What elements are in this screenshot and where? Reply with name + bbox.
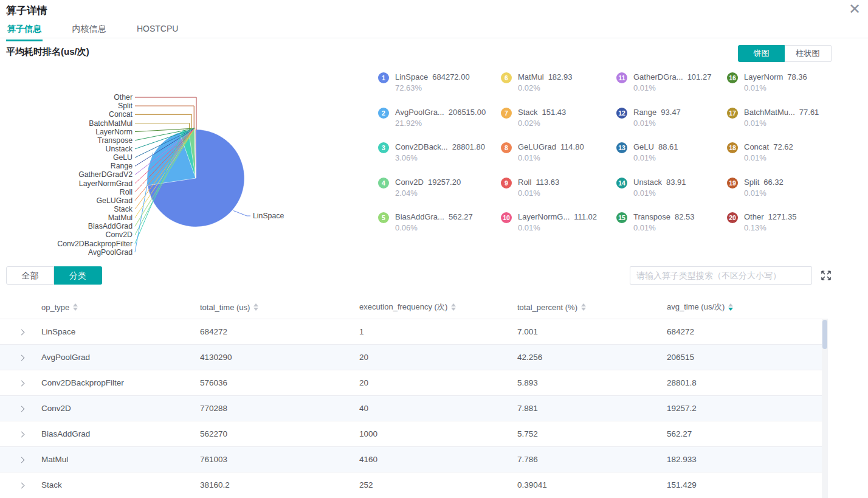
table-header-op-type[interactable]: op_type bbox=[36, 303, 195, 312]
legend-item-LinSpace[interactable]: 1LinSpace684272.0072.63% bbox=[370, 72, 492, 107]
legend-item-AvgPoolGrad[interactable]: 2AvgPoolGra...206515.0021.92% bbox=[370, 107, 492, 142]
sort-icon[interactable] bbox=[581, 303, 586, 311]
chart-type-toggle: 饼图 柱状图 bbox=[738, 45, 832, 62]
legend-item-Unstack[interactable]: 14Unstack83.910.01% bbox=[608, 177, 718, 212]
legend-grid: 1LinSpace684272.0072.63%2AvgPoolGra...20… bbox=[370, 72, 840, 247]
legend-op-percent: 0.01% bbox=[744, 153, 793, 164]
legend-op-value: 1271.35 bbox=[768, 212, 797, 221]
cell-op_type: MatMul bbox=[36, 455, 195, 464]
cell-avg_time: 182.933 bbox=[662, 455, 822, 464]
row-expand-chevron[interactable] bbox=[0, 455, 36, 464]
cell-total_percent: 0.39041 bbox=[512, 480, 662, 489]
chevron-right-icon bbox=[19, 330, 25, 336]
legend-rank-badge: 20 bbox=[727, 212, 738, 223]
cell-avg_time: 151.429 bbox=[662, 480, 822, 489]
table-row[interactable]: Conv2D770288407.88119257.2 bbox=[0, 395, 822, 421]
table-row[interactable]: MatMul76100341607.786182.933 bbox=[0, 446, 822, 472]
row-expand-chevron[interactable] bbox=[0, 404, 36, 413]
tab-hostcpu[interactable]: HOSTCPU bbox=[136, 21, 179, 38]
legend-op-name: Concat bbox=[744, 142, 769, 151]
page-title: 算子详情 bbox=[6, 4, 47, 18]
legend-item-Split[interactable]: 19Split66.320.01% bbox=[718, 177, 840, 212]
legend-item-Stack[interactable]: 7Stack151.430.02% bbox=[492, 107, 608, 142]
tab-kernel-info[interactable]: 内核信息 bbox=[71, 21, 107, 40]
legend-item-Other[interactable]: 20Other1271.350.13% bbox=[718, 212, 840, 247]
legend-op-name: Stack bbox=[518, 108, 538, 117]
legend-rank-badge: 13 bbox=[616, 142, 627, 153]
legend-text: Roll113.630.01% bbox=[518, 177, 559, 199]
legend-item-LayerNormGrad[interactable]: 10LayerNormG...111.020.01% bbox=[492, 212, 608, 247]
table-header-total-percent[interactable]: total_percent (%) bbox=[512, 303, 662, 312]
legend-item-MatMul[interactable]: 6MatMul182.930.02% bbox=[492, 72, 608, 107]
row-expand-chevron[interactable] bbox=[0, 480, 36, 489]
table-header-total-time[interactable]: total_time (us) bbox=[195, 303, 354, 312]
legend-item-Transpose[interactable]: 15Transpose82.530.01% bbox=[608, 212, 718, 247]
legend-item-Concat[interactable]: 18Concat72.620.01% bbox=[718, 142, 840, 177]
legend-op-value: 151.43 bbox=[542, 108, 567, 117]
cell-op_type: AvgPoolGrad bbox=[36, 353, 195, 362]
cell-op_type: Conv2D bbox=[36, 404, 195, 413]
table-header-execution-frequency[interactable]: execution_frequency (次) bbox=[354, 302, 512, 313]
legend-item-Conv2DBackpropFilter[interactable]: 3Conv2DBack...28801.803.06% bbox=[370, 142, 492, 177]
legend-text: Range93.470.01% bbox=[633, 107, 681, 129]
legend-item-GeLU[interactable]: 13GeLU88.610.01% bbox=[608, 142, 718, 177]
sort-icon[interactable] bbox=[728, 303, 733, 311]
fullscreen-expand-icon[interactable] bbox=[821, 270, 832, 281]
table-row[interactable]: Stack38160.22520.39041151.429 bbox=[0, 472, 822, 497]
row-expand-chevron[interactable] bbox=[0, 327, 36, 336]
legend-item-GatherDGradV2[interactable]: 11GatherDGra...101.270.01% bbox=[608, 72, 718, 107]
cell-avg_time: 562.27 bbox=[662, 429, 822, 438]
legend-op-name: LinSpace bbox=[395, 72, 428, 81]
sort-icon[interactable] bbox=[451, 303, 456, 311]
bar-chart-button[interactable]: 柱状图 bbox=[785, 45, 832, 62]
legend-text: Unstack83.910.01% bbox=[633, 177, 686, 199]
legend-text: MatMul182.930.02% bbox=[518, 72, 572, 94]
row-expand-chevron[interactable] bbox=[0, 353, 36, 362]
legend-rank-badge: 14 bbox=[616, 178, 627, 188]
legend-op-name: Roll bbox=[518, 178, 531, 187]
legend-item-BiasAddGrad[interactable]: 5BiasAddGra...562.270.06% bbox=[370, 212, 492, 247]
table-row[interactable]: Conv2DBackpropFilter576036205.89328801.8 bbox=[0, 370, 822, 395]
legend-rank-badge: 8 bbox=[501, 142, 512, 153]
search-input[interactable] bbox=[630, 266, 812, 285]
cell-execution_frequency: 20 bbox=[354, 353, 512, 362]
tab-operator-info[interactable]: 算子信息 bbox=[6, 21, 43, 41]
legend-item-Conv2D[interactable]: 4Conv2D19257.202.04% bbox=[370, 177, 492, 212]
cell-total_percent: 42.256 bbox=[512, 353, 662, 362]
table-scrollbar[interactable] bbox=[822, 319, 828, 498]
row-expand-chevron[interactable] bbox=[0, 378, 36, 387]
cell-total_percent: 5.893 bbox=[512, 378, 662, 387]
pie-chart-button[interactable]: 饼图 bbox=[738, 45, 785, 62]
cell-total_percent: 7.786 bbox=[512, 455, 662, 464]
table-row[interactable]: BiasAddGrad56227010005.752562.27 bbox=[0, 421, 822, 446]
legend-op-value: 93.47 bbox=[661, 108, 681, 117]
legend-rank-badge: 18 bbox=[727, 142, 738, 153]
pie-label-line-Concat bbox=[135, 114, 191, 130]
close-icon[interactable]: ✕ bbox=[849, 0, 861, 18]
filter-category-button[interactable]: 分类 bbox=[54, 266, 102, 285]
legend-op-name: Transpose bbox=[633, 212, 670, 221]
legend-op-value: 19257.20 bbox=[428, 178, 461, 187]
table-row[interactable]: LinSpace68427217.001684272 bbox=[0, 319, 822, 344]
filter-all-button[interactable]: 全部 bbox=[6, 266, 54, 285]
cell-avg_time: 206515 bbox=[662, 353, 822, 362]
legend-item-Roll[interactable]: 9Roll113.630.01% bbox=[492, 177, 608, 212]
legend-item-BatchMatMul[interactable]: 17BatchMatMu...77.610.01% bbox=[718, 107, 840, 142]
legend-item-GeLUGrad[interactable]: 8GeLUGrad114.800.01% bbox=[492, 142, 608, 177]
table-scrollbar-thumb[interactable] bbox=[822, 320, 827, 349]
sort-icon[interactable] bbox=[253, 303, 258, 311]
pie-label-BatchMatMul: BatchMatMul bbox=[89, 119, 133, 128]
pie-label-BiasAddGrad: BiasAddGrad bbox=[88, 222, 133, 230]
section-title: 平均耗时排名(us/次) bbox=[6, 46, 89, 58]
sort-icon[interactable] bbox=[73, 303, 78, 311]
legend-op-name: LayerNormG... bbox=[518, 212, 570, 221]
legend-op-value: 206515.00 bbox=[449, 108, 486, 117]
table-row[interactable]: AvgPoolGrad41302902042.256206515 bbox=[0, 344, 822, 370]
table-header-avg-time[interactable]: avg_time (us/次) bbox=[662, 302, 822, 313]
table-body: LinSpace68427217.001684272AvgPoolGrad413… bbox=[0, 319, 822, 497]
legend-item-LayerNorm[interactable]: 16LayerNorm78.360.01% bbox=[718, 72, 840, 107]
legend-rank-badge: 16 bbox=[727, 72, 738, 83]
row-expand-chevron[interactable] bbox=[0, 429, 36, 438]
legend-op-percent: 0.01% bbox=[744, 118, 819, 129]
legend-item-Range[interactable]: 12Range93.470.01% bbox=[608, 107, 718, 142]
